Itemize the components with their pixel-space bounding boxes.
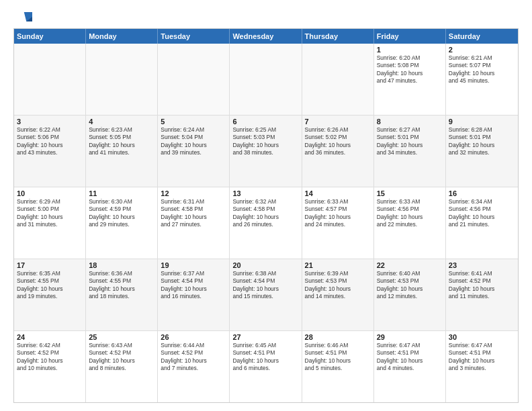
logo — [13, 11, 34, 23]
page: SundayMondayTuesdayWednesdayThursdayFrid… — [0, 0, 532, 411]
day-number: 16 — [449, 189, 515, 197]
day-info: Sunrise: 6:35 AM Sunset: 4:55 PM Dayligh… — [17, 270, 83, 301]
calendar-cell: 18Sunrise: 6:36 AM Sunset: 4:55 PM Dayli… — [86, 259, 158, 330]
calendar-cell: 26Sunrise: 6:44 AM Sunset: 4:52 PM Dayli… — [158, 331, 230, 402]
day-number: 11 — [89, 189, 154, 197]
day-number: 1 — [377, 46, 443, 54]
day-info: Sunrise: 6:33 AM Sunset: 4:56 PM Dayligh… — [377, 198, 443, 229]
day-info: Sunrise: 6:41 AM Sunset: 4:52 PM Dayligh… — [449, 270, 515, 301]
calendar-cell — [230, 44, 302, 115]
calendar-cell: 28Sunrise: 6:46 AM Sunset: 4:51 PM Dayli… — [302, 331, 374, 402]
calendar-cell: 4Sunrise: 6:23 AM Sunset: 5:05 PM Daylig… — [86, 116, 158, 187]
calendar-cell — [302, 44, 374, 115]
calendar-row-3: 10Sunrise: 6:29 AM Sunset: 5:00 PM Dayli… — [14, 187, 518, 259]
calendar-row-1: 1Sunrise: 6:20 AM Sunset: 5:08 PM Daylig… — [14, 44, 518, 116]
calendar-cell — [14, 44, 86, 115]
calendar-cell: 8Sunrise: 6:27 AM Sunset: 5:01 PM Daylig… — [374, 116, 446, 187]
calendar-row-5: 24Sunrise: 6:42 AM Sunset: 4:52 PM Dayli… — [14, 331, 518, 402]
calendar-cell: 3Sunrise: 6:22 AM Sunset: 5:06 PM Daylig… — [14, 116, 86, 187]
day-info: Sunrise: 6:22 AM Sunset: 5:06 PM Dayligh… — [17, 126, 83, 157]
calendar-cell: 20Sunrise: 6:38 AM Sunset: 4:54 PM Dayli… — [230, 259, 302, 330]
day-info: Sunrise: 6:39 AM Sunset: 4:53 PM Dayligh… — [305, 270, 371, 301]
calendar-cell: 30Sunrise: 6:47 AM Sunset: 4:51 PM Dayli… — [446, 331, 518, 402]
calendar-cell: 19Sunrise: 6:37 AM Sunset: 4:54 PM Dayli… — [158, 259, 230, 330]
calendar-cell: 14Sunrise: 6:33 AM Sunset: 4:57 PM Dayli… — [302, 187, 374, 259]
weekday-header-saturday: Saturday — [446, 29, 518, 44]
calendar-cell: 2Sunrise: 6:21 AM Sunset: 5:07 PM Daylig… — [446, 44, 518, 115]
calendar-cell: 22Sunrise: 6:40 AM Sunset: 4:53 PM Dayli… — [374, 259, 446, 330]
day-info: Sunrise: 6:21 AM Sunset: 5:07 PM Dayligh… — [449, 54, 515, 85]
day-info: Sunrise: 6:29 AM Sunset: 5:00 PM Dayligh… — [17, 198, 83, 229]
day-number: 23 — [449, 261, 515, 269]
calendar-cell: 12Sunrise: 6:31 AM Sunset: 4:58 PM Dayli… — [158, 187, 230, 259]
day-info: Sunrise: 6:42 AM Sunset: 4:52 PM Dayligh… — [17, 342, 83, 373]
calendar-cell: 23Sunrise: 6:41 AM Sunset: 4:52 PM Dayli… — [446, 259, 518, 330]
weekday-header-friday: Friday — [374, 29, 446, 44]
calendar-cell: 11Sunrise: 6:30 AM Sunset: 4:59 PM Dayli… — [86, 187, 158, 259]
day-number: 13 — [232, 189, 298, 197]
calendar-cell: 13Sunrise: 6:32 AM Sunset: 4:58 PM Dayli… — [230, 187, 302, 259]
calendar-cell: 16Sunrise: 6:34 AM Sunset: 4:56 PM Dayli… — [446, 187, 518, 259]
day-info: Sunrise: 6:47 AM Sunset: 4:51 PM Dayligh… — [449, 342, 515, 373]
weekday-header-thursday: Thursday — [302, 29, 374, 44]
day-info: Sunrise: 6:32 AM Sunset: 4:58 PM Dayligh… — [232, 198, 298, 229]
day-number: 25 — [89, 333, 154, 341]
weekday-header-tuesday: Tuesday — [158, 29, 230, 44]
calendar-cell: 5Sunrise: 6:24 AM Sunset: 5:04 PM Daylig… — [158, 116, 230, 187]
day-number: 28 — [305, 333, 371, 341]
day-number: 3 — [17, 118, 83, 126]
calendar-body: 1Sunrise: 6:20 AM Sunset: 5:08 PM Daylig… — [14, 44, 518, 402]
day-info: Sunrise: 6:26 AM Sunset: 5:02 PM Dayligh… — [305, 126, 371, 157]
day-info: Sunrise: 6:34 AM Sunset: 4:56 PM Dayligh… — [449, 198, 515, 229]
day-number: 20 — [232, 261, 298, 269]
weekday-header-monday: Monday — [86, 29, 158, 44]
day-info: Sunrise: 6:23 AM Sunset: 5:05 PM Dayligh… — [89, 126, 154, 157]
day-number: 8 — [377, 118, 443, 126]
calendar-cell: 27Sunrise: 6:45 AM Sunset: 4:51 PM Dayli… — [230, 331, 302, 402]
day-number: 4 — [89, 118, 154, 126]
day-number: 2 — [449, 46, 515, 54]
day-number: 29 — [377, 333, 443, 341]
day-info: Sunrise: 6:30 AM Sunset: 4:59 PM Dayligh… — [89, 198, 154, 229]
calendar-cell: 10Sunrise: 6:29 AM Sunset: 5:00 PM Dayli… — [14, 187, 86, 259]
weekday-header-wednesday: Wednesday — [230, 29, 302, 44]
day-number: 24 — [17, 333, 83, 341]
day-info: Sunrise: 6:37 AM Sunset: 4:54 PM Dayligh… — [161, 270, 226, 301]
calendar-cell: 6Sunrise: 6:25 AM Sunset: 5:03 PM Daylig… — [230, 116, 302, 187]
day-info: Sunrise: 6:36 AM Sunset: 4:55 PM Dayligh… — [89, 270, 154, 301]
day-number: 10 — [17, 189, 83, 197]
day-info: Sunrise: 6:33 AM Sunset: 4:57 PM Dayligh… — [305, 198, 371, 229]
day-number: 6 — [232, 118, 298, 126]
day-info: Sunrise: 6:44 AM Sunset: 4:52 PM Dayligh… — [161, 342, 226, 373]
calendar-header: SundayMondayTuesdayWednesdayThursdayFrid… — [14, 29, 518, 44]
day-number: 12 — [161, 189, 226, 197]
day-info: Sunrise: 6:47 AM Sunset: 4:51 PM Dayligh… — [377, 342, 443, 373]
day-info: Sunrise: 6:27 AM Sunset: 5:01 PM Dayligh… — [377, 126, 443, 157]
day-number: 14 — [305, 189, 371, 197]
day-number: 15 — [377, 189, 443, 197]
calendar-cell: 1Sunrise: 6:20 AM Sunset: 5:08 PM Daylig… — [374, 44, 446, 115]
calendar-cell: 29Sunrise: 6:47 AM Sunset: 4:51 PM Dayli… — [374, 331, 446, 402]
day-number: 26 — [161, 333, 226, 341]
day-number: 22 — [377, 261, 443, 269]
day-number: 21 — [305, 261, 371, 269]
day-number: 18 — [89, 261, 154, 269]
day-info: Sunrise: 6:45 AM Sunset: 4:51 PM Dayligh… — [232, 342, 298, 373]
calendar-cell: 7Sunrise: 6:26 AM Sunset: 5:02 PM Daylig… — [302, 116, 374, 187]
calendar-cell: 25Sunrise: 6:43 AM Sunset: 4:52 PM Dayli… — [86, 331, 158, 402]
day-info: Sunrise: 6:31 AM Sunset: 4:58 PM Dayligh… — [161, 198, 226, 229]
calendar-cell: 9Sunrise: 6:28 AM Sunset: 5:01 PM Daylig… — [446, 116, 518, 187]
calendar-cell: 21Sunrise: 6:39 AM Sunset: 4:53 PM Dayli… — [302, 259, 374, 330]
calendar-cell: 24Sunrise: 6:42 AM Sunset: 4:52 PM Dayli… — [14, 331, 86, 402]
day-number: 5 — [161, 118, 226, 126]
day-info: Sunrise: 6:25 AM Sunset: 5:03 PM Dayligh… — [232, 126, 298, 157]
day-number: 30 — [449, 333, 515, 341]
calendar-cell — [86, 44, 158, 115]
day-number: 9 — [449, 118, 515, 126]
header — [13, 11, 519, 23]
day-number: 27 — [232, 333, 298, 341]
day-info: Sunrise: 6:40 AM Sunset: 4:53 PM Dayligh… — [377, 270, 443, 301]
weekday-header-sunday: Sunday — [14, 29, 86, 44]
calendar-cell: 17Sunrise: 6:35 AM Sunset: 4:55 PM Dayli… — [14, 259, 86, 330]
day-number: 17 — [17, 261, 83, 269]
